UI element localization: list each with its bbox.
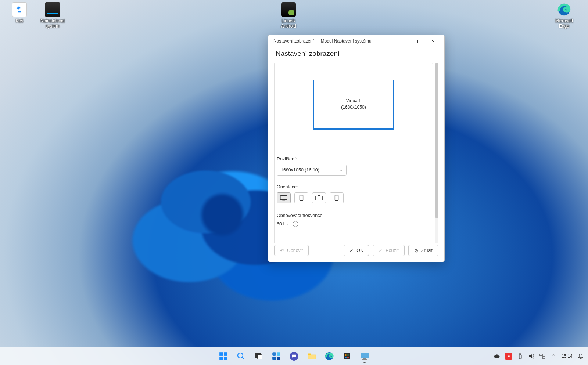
dialog-button-bar: ↶ Obnovit ✓ OK ✓ Použít ⊘ Zrušit <box>268 243 444 262</box>
window-content: Virtual1 (1680x1050) Rozlišení: 1680x105… <box>268 63 444 243</box>
svg-rect-35 <box>520 353 521 355</box>
check-icon: ✓ <box>379 248 383 253</box>
resolution-combobox[interactable]: 1680x1050 (16:10) ⌄ <box>277 165 347 176</box>
taskbar-display-settings[interactable] <box>357 349 372 364</box>
ok-button[interactable]: ✓ OK <box>344 245 369 256</box>
svg-rect-23 <box>272 357 276 360</box>
desktop-icon-label: Linuxfx Android <box>272 18 305 29</box>
tray-usb-icon[interactable] <box>517 353 523 359</box>
vertical-scrollbar[interactable] <box>435 63 438 243</box>
svg-rect-27 <box>344 353 350 359</box>
resolution-label: Rozlišení: <box>277 156 430 162</box>
check-icon: ✓ <box>349 248 354 253</box>
widgets-button[interactable] <box>269 349 284 364</box>
desktop-icon-label: Koš <box>3 18 36 24</box>
info-icon[interactable]: i <box>293 221 298 227</box>
orientation-landscape-flipped[interactable] <box>312 192 326 203</box>
task-view-button[interactable] <box>251 349 266 364</box>
svg-rect-21 <box>272 352 276 356</box>
svg-rect-24 <box>277 357 280 360</box>
desktop-icon-install-system[interactable]: Nainstalovat systém <box>36 2 69 32</box>
taskbar-chat-button[interactable] <box>286 349 302 364</box>
trash-icon <box>12 2 27 17</box>
desktop: Koš Nainstalovat systém Linuxfx Android … <box>0 0 588 365</box>
svg-rect-14 <box>224 352 227 356</box>
display-settings-window: Nastavení zobrazení — Modul Nastavení sy… <box>268 35 445 262</box>
refresh-rate-value: 60 Hz <box>277 221 289 227</box>
search-button[interactable] <box>233 349 249 364</box>
svg-line-18 <box>242 357 244 359</box>
svg-rect-2 <box>415 40 417 43</box>
desktop-icon-microsoft-edge[interactable]: Microsoft Edge <box>548 2 581 32</box>
window-title: Nastavení zobrazení — Modul Nastavení sy… <box>273 39 391 44</box>
display-arrangement-canvas[interactable]: Virtual1 (1680x1050) <box>275 63 433 147</box>
svg-rect-11 <box>335 195 338 201</box>
svg-point-17 <box>238 353 243 358</box>
close-button[interactable] <box>424 36 441 47</box>
apply-button[interactable]: ✓ Použít <box>373 245 404 256</box>
display-form: Rozlišení: 1680x1050 (16:10) ⌄ Orientace… <box>275 147 433 229</box>
maximize-button[interactable] <box>408 36 424 47</box>
orientation-landscape[interactable] <box>277 192 291 203</box>
android-icon <box>281 2 296 17</box>
tray-cloud-icon[interactable] <box>494 353 500 359</box>
svg-rect-36 <box>519 355 521 359</box>
monitor-name: Virtual1 <box>346 97 361 104</box>
taskbar-center <box>216 349 372 364</box>
desktop-icon-label: Microsoft Edge <box>548 18 581 29</box>
svg-point-28 <box>345 354 347 356</box>
svg-rect-9 <box>316 196 322 200</box>
minimize-button[interactable] <box>391 36 408 47</box>
desktop-icon-trash[interactable]: Koš <box>3 2 36 26</box>
taskbar-app-launcher[interactable] <box>339 349 355 364</box>
page-title: Nastavení zobrazení <box>268 47 444 63</box>
cancel-button[interactable]: ⊘ Zrušit <box>408 245 438 256</box>
svg-rect-7 <box>300 195 303 201</box>
resolution-value: 1680x1050 (16:10) <box>281 167 319 173</box>
svg-rect-5 <box>280 196 287 200</box>
desktop-icon-label: Nainstalovat systém <box>36 18 69 29</box>
svg-rect-38 <box>542 357 545 358</box>
scrollbar-thumb[interactable] <box>435 63 438 218</box>
tray-notifications-icon[interactable] <box>578 353 584 359</box>
tray-anydesk-icon[interactable] <box>505 353 512 360</box>
tray-clock[interactable]: 15:14 <box>562 354 573 359</box>
edge-icon <box>557 2 571 17</box>
cancel-icon: ⊘ <box>414 248 418 253</box>
settings-panel: Virtual1 (1680x1050) Rozlišení: 1680x105… <box>274 63 433 243</box>
svg-rect-15 <box>219 357 223 360</box>
taskbar-edge[interactable] <box>322 349 337 364</box>
orientation-buttons <box>277 192 430 203</box>
svg-rect-33 <box>363 358 366 359</box>
start-button[interactable] <box>216 349 231 364</box>
monitor-resolution: (1680x1050) <box>341 104 366 111</box>
hdd-icon <box>45 2 60 17</box>
tray-chevron-up-icon[interactable]: ^ <box>551 353 556 359</box>
refresh-rate-label: Obnovovací frekvence: <box>277 213 430 218</box>
tray-volume-icon[interactable] <box>528 353 534 359</box>
chevron-down-icon: ⌄ <box>339 168 343 173</box>
svg-rect-6 <box>282 200 285 201</box>
svg-rect-13 <box>219 352 223 356</box>
refresh-button[interactable]: ↶ Obnovit <box>274 245 309 256</box>
orientation-label: Orientace: <box>277 184 430 189</box>
svg-rect-16 <box>224 357 227 360</box>
svg-rect-37 <box>540 354 542 356</box>
svg-rect-34 <box>362 359 367 360</box>
orientation-portrait-right[interactable] <box>330 192 344 203</box>
taskbar-file-explorer[interactable] <box>304 349 319 364</box>
taskbar: ^ 15:14 <box>0 347 588 365</box>
svg-rect-20 <box>258 355 262 359</box>
monitor-virtual1[interactable]: Virtual1 (1680x1050) <box>313 80 394 130</box>
system-tray: ^ 15:14 <box>494 353 584 360</box>
tray-network-icon[interactable] <box>539 353 545 359</box>
desktop-icon-linuxfx-android[interactable]: Linuxfx Android <box>272 2 305 32</box>
svg-point-30 <box>345 357 347 358</box>
titlebar[interactable]: Nastavení zobrazení — Modul Nastavení sy… <box>268 35 444 47</box>
refresh-rate-row: 60 Hz i <box>277 221 430 227</box>
svg-point-29 <box>347 354 349 356</box>
svg-rect-22 <box>277 352 280 356</box>
orientation-portrait-left[interactable] <box>294 192 308 203</box>
svg-rect-32 <box>361 353 369 358</box>
svg-rect-10 <box>318 195 320 196</box>
